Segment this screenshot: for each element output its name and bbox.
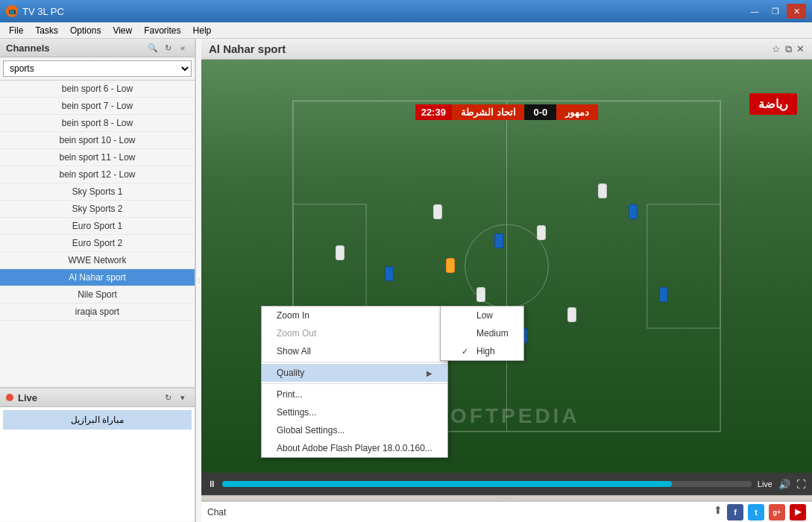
menu-options[interactable]: Options (64, 24, 107, 37)
app-icon: 📺 (6, 5, 18, 17)
main-layout: Channels 🔍 ↻ « sports news entertainment… (0, 39, 812, 522)
quality-low[interactable]: Low (441, 306, 523, 324)
volume-icon[interactable]: 🔊 (778, 479, 790, 490)
channel-item[interactable]: Euro Sport 1 (0, 218, 195, 235)
channel-item[interactable]: iraqia sport (0, 304, 195, 321)
favorite-icon[interactable]: ☆ (772, 43, 781, 54)
video-controls: ⏸ Live 🔊 ⛶ (201, 473, 812, 495)
about-label: About Adobe Flash Player 18.0.0.160... (277, 443, 432, 453)
popout-icon[interactable]: ⧉ (785, 43, 792, 55)
context-about[interactable]: About Adobe Flash Player 18.0.0.160... (262, 439, 447, 457)
global-settings-label: Global Settings... (277, 425, 344, 435)
channel-item[interactable]: Nile Sport (0, 286, 195, 304)
restore-button[interactable]: ❐ (766, 4, 785, 19)
channel-logo: رياضة (749, 93, 797, 115)
context-menu: Zoom In Zoom Out Show All Quality ▶ (261, 306, 448, 458)
menu-file[interactable]: File (3, 24, 29, 37)
refresh-icon[interactable]: ↻ (162, 42, 174, 54)
video-area[interactable]: 22:39 اتحاد الشرطة 0-0 دمهور رياضة (201, 60, 812, 473)
channel-item[interactable]: bein sport 6 - Low (0, 81, 195, 98)
channel-item[interactable]: bein sport 7 - Low (0, 98, 195, 115)
channel-item[interactable]: Sky Sports 1 (0, 183, 195, 201)
channel-item[interactable]: Euro Sport 2 (0, 235, 195, 252)
context-quality[interactable]: Quality ▶ (262, 364, 447, 382)
context-show-all[interactable]: Show All (262, 342, 447, 360)
resize-handle[interactable]: ⋮ (195, 39, 201, 522)
player-figure (446, 258, 455, 273)
channel-item[interactable]: bein sport 11 - Low (0, 149, 195, 166)
close-button[interactable]: ✕ (787, 4, 806, 19)
quality-high[interactable]: ✓ High (441, 342, 523, 360)
show-all-label: Show All (277, 346, 311, 356)
channel-item[interactable]: bein sport 10 - Low (0, 132, 195, 149)
window-controls: — ❐ ✕ (745, 4, 806, 19)
zoom-in-label: Zoom In (277, 310, 309, 321)
zoom-out-label: Zoom Out (277, 328, 316, 339)
context-global-settings[interactable]: Global Settings... (262, 421, 447, 439)
channel-al-nahar[interactable]: Al Nahar sport (0, 269, 195, 286)
menu-view[interactable]: View (107, 24, 138, 37)
live-header: Live ↻ ▾ (0, 389, 195, 407)
youtube-button[interactable]: ▶ (790, 504, 806, 521)
channel-item[interactable]: WWE Network (0, 252, 195, 269)
menu-bar: File Tasks Options View Favorites Help (0, 22, 812, 39)
high-check-icon: ✓ (462, 347, 472, 356)
settings-label: Settings... (277, 407, 316, 418)
progress-bar[interactable] (222, 481, 752, 487)
context-zoom-in[interactable]: Zoom In (262, 306, 447, 324)
collapse-icon[interactable]: « (177, 42, 189, 54)
live-title-area: Live (6, 392, 37, 403)
live-item[interactable]: مباراة البرازيل (3, 410, 192, 430)
left-panel: Channels 🔍 ↻ « sports news entertainment… (0, 39, 195, 522)
channel-item[interactable]: bein sport 12 - Low (0, 166, 195, 183)
live-expand-icon[interactable]: ▾ (177, 392, 189, 403)
player-figure (598, 183, 607, 198)
title-bar-left: 📺 TV 3L PC (6, 5, 64, 17)
context-print[interactable]: Print... (262, 386, 447, 403)
menu-favorites[interactable]: Favorites (138, 24, 186, 37)
quality-medium[interactable]: Medium (441, 324, 523, 342)
quality-high-label: High (476, 346, 495, 356)
video-header-icons: ☆ ⧉ ✕ (772, 43, 805, 55)
player-figure (629, 204, 638, 219)
channels-search: sports news entertainment (0, 57, 195, 81)
facebook-button[interactable]: f (727, 504, 743, 521)
googleplus-button[interactable]: g+ (769, 504, 785, 521)
player-figure (567, 307, 576, 322)
menu-tasks[interactable]: Tasks (29, 24, 64, 37)
video-title: Al Nahar sport (209, 43, 286, 55)
title-bar: 📺 TV 3L PC — ❐ ✕ (0, 0, 812, 22)
channel-sky-sports-2[interactable]: Sky Sports 2 (0, 201, 195, 218)
panel-separator[interactable]: · · · · · (201, 495, 812, 501)
fullscreen-icon[interactable]: ⛶ (796, 479, 806, 490)
score-time: 22:39 (415, 104, 452, 120)
live-icons: ↻ ▾ (162, 392, 189, 403)
print-label: Print... (277, 389, 303, 400)
channels-header: Channels 🔍 ↻ « (0, 39, 195, 57)
category-select[interactable]: sports news entertainment (3, 60, 192, 77)
chat-label: Chat (207, 507, 226, 518)
chat-expand-icon[interactable]: ⬆ (714, 504, 723, 521)
twitter-button[interactable]: t (748, 504, 764, 521)
close-video-icon[interactable]: ✕ (796, 43, 805, 54)
score-team1: دمهور (556, 104, 598, 120)
channels-list: bein sport 6 - Low bein sport 7 - Low be… (0, 81, 195, 388)
channels-title: Channels (6, 43, 50, 54)
channel-item[interactable]: bein sport 8 - Low (0, 115, 195, 132)
search-icon[interactable]: 🔍 (147, 42, 159, 54)
right-panel: Al Nahar sport ☆ ⧉ ✕ 22:39 (201, 39, 812, 522)
context-settings[interactable]: Settings... (262, 403, 447, 421)
quality-low-label: Low (476, 310, 493, 321)
quality-medium-label: Medium (476, 328, 509, 339)
player-figure (537, 225, 546, 240)
live-indicator (6, 394, 13, 401)
app-title: TV 3L PC (22, 6, 64, 17)
menu-separator (262, 383, 447, 384)
chat-icons: ⬆ f t g+ ▶ (714, 504, 806, 521)
pause-button[interactable]: ⏸ (207, 479, 216, 489)
video-background: 22:39 اتحاد الشرطة 0-0 دمهور رياضة (201, 60, 812, 473)
live-refresh-icon[interactable]: ↻ (162, 392, 174, 403)
minimize-button[interactable]: — (745, 4, 764, 19)
score-value: 0-0 (525, 104, 557, 120)
menu-help[interactable]: Help (187, 24, 218, 37)
